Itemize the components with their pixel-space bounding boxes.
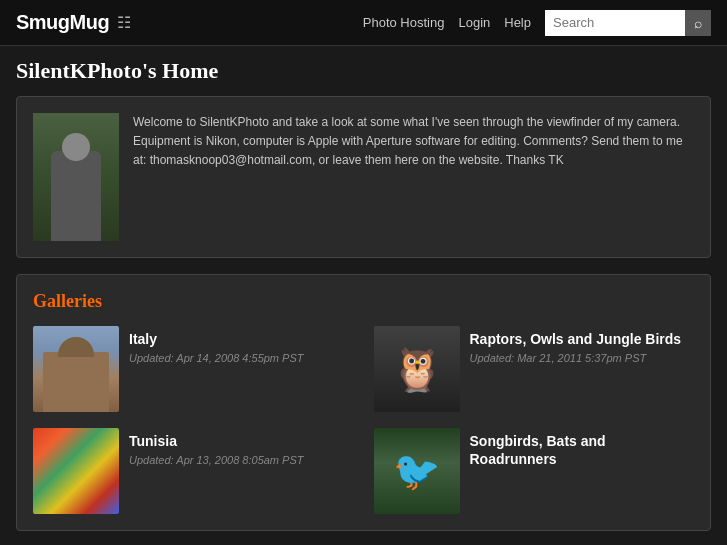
header: SmugMug ☷ Photo Hosting Login Help ⌕ (0, 0, 727, 46)
gallery-thumbnail (33, 326, 119, 412)
logo-icon: ☷ (117, 13, 131, 32)
gallery-updated: Updated: Mar 21, 2011 5:37pm PST (470, 352, 695, 364)
search-input[interactable] (545, 10, 685, 36)
content: SilentKPhoto's Home Welcome to SilentKPh… (0, 46, 727, 543)
gallery-info: ItalyUpdated: Apr 14, 2008 4:55pm PST (129, 326, 354, 364)
photo-hosting-link[interactable]: Photo Hosting (363, 15, 445, 30)
gallery-item[interactable]: ItalyUpdated: Apr 14, 2008 4:55pm PST (33, 326, 354, 412)
help-link[interactable]: Help (504, 15, 531, 30)
profile-photo (33, 113, 119, 241)
search-icon: ⌕ (694, 15, 702, 31)
profile-photo-image (33, 113, 119, 241)
search-form: ⌕ (545, 10, 711, 36)
nav-area: Photo Hosting Login Help ⌕ (363, 10, 711, 36)
gallery-info: TunisiaUpdated: Apr 13, 2008 8:05am PST (129, 428, 354, 466)
gallery-name: Raptors, Owls and Jungle Birds (470, 330, 695, 348)
gallery-item[interactable]: Songbirds, Bats and Roadrunners (374, 428, 695, 514)
gallery-info: Raptors, Owls and Jungle BirdsUpdated: M… (470, 326, 695, 364)
search-button[interactable]: ⌕ (685, 10, 711, 36)
galleries-title: Galleries (33, 291, 694, 312)
galleries-grid: ItalyUpdated: Apr 14, 2008 4:55pm PSTRap… (33, 326, 694, 514)
logo-area: SmugMug ☷ (16, 11, 131, 34)
login-link[interactable]: Login (458, 15, 490, 30)
gallery-updated: Updated: Apr 13, 2008 8:05am PST (129, 454, 354, 466)
page-title: SilentKPhoto's Home (16, 58, 711, 84)
gallery-thumbnail (33, 428, 119, 514)
gallery-name: Italy (129, 330, 354, 348)
gallery-updated: Updated: Apr 14, 2008 4:55pm PST (129, 352, 354, 364)
gallery-thumbnail (374, 326, 460, 412)
gallery-item[interactable]: Raptors, Owls and Jungle BirdsUpdated: M… (374, 326, 695, 412)
gallery-item[interactable]: TunisiaUpdated: Apr 13, 2008 8:05am PST (33, 428, 354, 514)
galleries-section: Galleries ItalyUpdated: Apr 14, 2008 4:5… (16, 274, 711, 531)
gallery-name: Songbirds, Bats and Roadrunners (470, 432, 695, 468)
logo-text[interactable]: SmugMug (16, 11, 109, 34)
gallery-info: Songbirds, Bats and Roadrunners (470, 428, 695, 472)
gallery-thumbnail (374, 428, 460, 514)
gallery-name: Tunisia (129, 432, 354, 450)
welcome-card: Welcome to SilentKPhoto and take a look … (16, 96, 711, 258)
welcome-text: Welcome to SilentKPhoto and take a look … (133, 113, 694, 241)
